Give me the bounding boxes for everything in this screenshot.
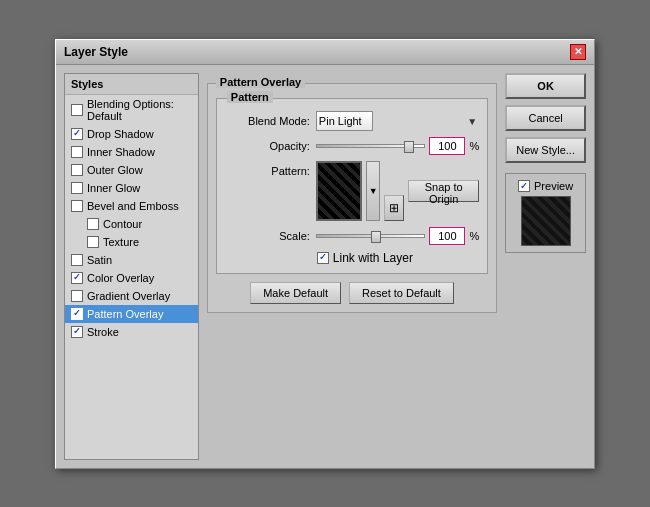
checkbox-inner-shadow[interactable] <box>71 146 83 158</box>
checkbox-texture[interactable] <box>87 236 99 248</box>
left-panel-items: Blending Options: Default✓Drop ShadowInn… <box>65 95 198 341</box>
preview-area: ✓ Preview <box>505 173 586 253</box>
opacity-row: Opacity: % <box>225 137 479 155</box>
close-button[interactable]: ✕ <box>570 44 586 60</box>
link-layer-label: Link with Layer <box>333 251 413 265</box>
checkbox-outer-glow[interactable] <box>71 164 83 176</box>
check-icon-stroke: ✓ <box>73 327 81 336</box>
center-panel: Pattern Overlay Pattern Blend Mode: Pin … <box>207 73 497 460</box>
sidebar-item-outer-glow[interactable]: Outer Glow <box>65 161 198 179</box>
sidebar-item-satin[interactable]: Satin <box>65 251 198 269</box>
sidebar-item-drop-shadow[interactable]: ✓Drop Shadow <box>65 125 198 143</box>
ok-button[interactable]: OK <box>505 73 586 99</box>
preview-checkbox[interactable]: ✓ <box>518 180 530 192</box>
checkbox-contour[interactable] <box>87 218 99 230</box>
checkbox-stroke[interactable]: ✓ <box>71 326 83 338</box>
left-panel-header: Styles <box>65 74 198 95</box>
link-layer-checkbox[interactable]: ✓ <box>317 252 329 264</box>
sidebar-label-gradient-overlay: Gradient Overlay <box>87 290 170 302</box>
pattern-section-box: Pattern Blend Mode: Pin Light Normal Mul… <box>216 98 488 274</box>
cancel-button[interactable]: Cancel <box>505 105 586 131</box>
sidebar-label-drop-shadow: Drop Shadow <box>87 128 154 140</box>
checkbox-color-overlay[interactable]: ✓ <box>71 272 83 284</box>
right-panel: OK Cancel New Style... ✓ Preview <box>505 73 586 460</box>
make-default-button[interactable]: Make Default <box>250 282 341 304</box>
sidebar-label-color-overlay: Color Overlay <box>87 272 154 284</box>
opacity-slider[interactable] <box>316 144 426 148</box>
sidebar-label-bevel-emboss: Bevel and Emboss <box>87 200 179 212</box>
blend-mode-select[interactable]: Pin Light Normal Multiply Screen Overlay… <box>316 111 373 131</box>
opacity-unit: % <box>469 140 479 152</box>
sidebar-item-inner-glow[interactable]: Inner Glow <box>65 179 198 197</box>
sidebar-label-contour: Contour <box>103 218 142 230</box>
check-icon-drop-shadow: ✓ <box>73 129 81 138</box>
left-panel: Styles Blending Options: Default✓Drop Sh… <box>64 73 199 460</box>
sidebar-label-inner-glow: Inner Glow <box>87 182 140 194</box>
new-style-button[interactable]: New Style... <box>505 137 586 163</box>
new-pattern-button[interactable]: ⊞ <box>384 195 404 221</box>
sidebar-label-pattern-overlay: Pattern Overlay <box>87 308 163 320</box>
check-icon-pattern-overlay: ✓ <box>73 309 81 318</box>
checkbox-inner-glow[interactable] <box>71 182 83 194</box>
pattern-row: Pattern: ▼ ⊞ Snap to Origin <box>225 161 479 221</box>
sidebar-label-stroke: Stroke <box>87 326 119 338</box>
scale-unit: % <box>469 230 479 242</box>
link-layer-row: ✓ Link with Layer <box>225 251 479 265</box>
checkbox-satin[interactable] <box>71 254 83 266</box>
scale-input[interactable] <box>429 227 465 245</box>
preview-check-icon: ✓ <box>520 181 528 191</box>
pattern-label: Pattern: <box>225 165 310 177</box>
scale-slider[interactable] <box>316 234 426 238</box>
blend-mode-label: Blend Mode: <box>225 115 310 127</box>
pattern-controls: ▼ ⊞ Snap to Origin <box>316 161 479 221</box>
layer-style-dialog: Layer Style ✕ Styles Blending Options: D… <box>55 39 595 469</box>
opacity-slider-thumb <box>404 141 414 153</box>
reset-default-button[interactable]: Reset to Default <box>349 282 454 304</box>
section-outer-title: Pattern Overlay <box>216 76 305 88</box>
pattern-dropdown-button[interactable]: ▼ <box>366 161 380 221</box>
bottom-buttons: Make Default Reset to Default <box>216 282 488 304</box>
preview-label: Preview <box>534 180 573 192</box>
sidebar-label-blending-options: Blending Options: Default <box>87 98 192 122</box>
check-icon-color-overlay: ✓ <box>73 273 81 282</box>
link-layer-check-icon: ✓ <box>319 253 327 262</box>
sidebar-item-stroke[interactable]: ✓Stroke <box>65 323 198 341</box>
checkbox-bevel-emboss[interactable] <box>71 200 83 212</box>
pattern-section-title: Pattern <box>227 91 273 103</box>
sidebar-label-outer-glow: Outer Glow <box>87 164 143 176</box>
sidebar-item-bevel-emboss[interactable]: Bevel and Emboss <box>65 197 198 215</box>
pattern-overlay-section: Pattern Overlay Pattern Blend Mode: Pin … <box>207 83 497 313</box>
sidebar-item-gradient-overlay[interactable]: Gradient Overlay <box>65 287 198 305</box>
snap-to-origin-button[interactable]: Snap to Origin <box>408 180 479 202</box>
checkbox-pattern-overlay[interactable]: ✓ <box>71 308 83 320</box>
blend-mode-row: Blend Mode: Pin Light Normal Multiply Sc… <box>225 111 479 131</box>
dialog-title: Layer Style <box>64 45 128 59</box>
sidebar-item-pattern-overlay[interactable]: ✓Pattern Overlay <box>65 305 198 323</box>
opacity-slider-container: % <box>316 137 479 155</box>
preview-label-row: ✓ Preview <box>518 180 573 192</box>
dialog-body: Styles Blending Options: Default✓Drop Sh… <box>56 65 594 468</box>
select-arrow-icon: ▼ <box>467 115 477 126</box>
sidebar-item-blending-options[interactable]: Blending Options: Default <box>65 95 198 125</box>
opacity-input[interactable] <box>429 137 465 155</box>
opacity-label: Opacity: <box>225 140 310 152</box>
sidebar-item-texture[interactable]: Texture <box>65 233 198 251</box>
checkbox-blending-options[interactable] <box>71 104 83 116</box>
sidebar-label-inner-shadow: Inner Shadow <box>87 146 155 158</box>
sidebar-label-texture: Texture <box>103 236 139 248</box>
scale-row: Scale: % <box>225 227 479 245</box>
scale-slider-container: % <box>316 227 479 245</box>
sidebar-item-color-overlay[interactable]: ✓Color Overlay <box>65 269 198 287</box>
checkbox-gradient-overlay[interactable] <box>71 290 83 302</box>
pattern-swatch[interactable] <box>316 161 362 221</box>
scale-label: Scale: <box>225 230 310 242</box>
checkbox-drop-shadow[interactable]: ✓ <box>71 128 83 140</box>
scale-slider-thumb <box>371 231 381 243</box>
preview-thumbnail <box>521 196 571 246</box>
section-inner: Blend Mode: Pin Light Normal Multiply Sc… <box>225 111 479 265</box>
sidebar-label-satin: Satin <box>87 254 112 266</box>
sidebar-item-contour[interactable]: Contour <box>65 215 198 233</box>
sidebar-item-inner-shadow[interactable]: Inner Shadow <box>65 143 198 161</box>
title-bar: Layer Style ✕ <box>56 40 594 65</box>
blend-mode-select-wrapper: Pin Light Normal Multiply Screen Overlay… <box>316 111 479 131</box>
